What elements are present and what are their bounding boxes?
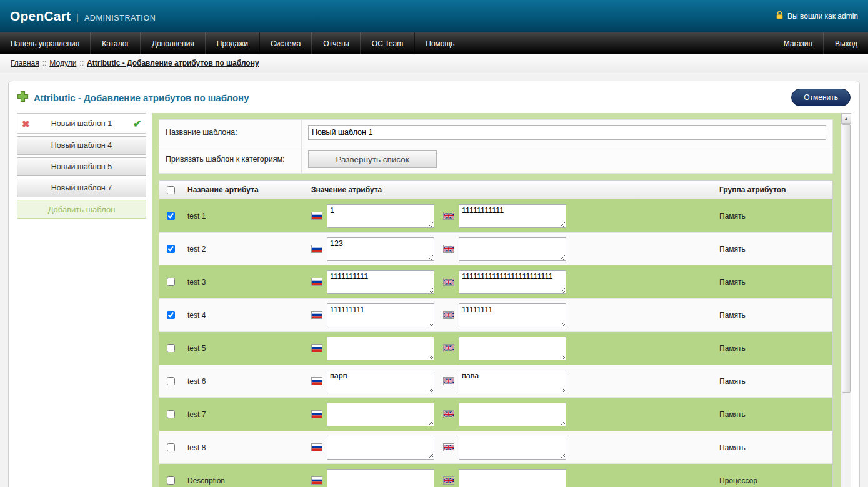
attribute-name: test 6 xyxy=(182,377,306,386)
menu-item[interactable]: OC Team xyxy=(361,32,414,54)
module-box: Attributic - Добавление атрибутов по шаб… xyxy=(8,81,860,487)
attribute-name: Description xyxy=(182,476,306,485)
menu-item[interactable]: Дополнения xyxy=(141,32,206,54)
sidebar-template-item[interactable]: ✖ Новый шаблон 5 ✔ xyxy=(17,157,146,176)
russian-flag-icon xyxy=(311,344,322,352)
uk-flag-icon xyxy=(443,245,454,253)
sidebar-template-item[interactable]: ✖ Новый шаблон 7 ✔ xyxy=(17,179,146,197)
brand-separator: | xyxy=(76,12,79,22)
template-name-input[interactable] xyxy=(308,125,826,140)
attribute-group: Память xyxy=(714,377,832,386)
breadcrumb-link[interactable]: Главная xyxy=(11,59,39,67)
attribute-checkbox[interactable] xyxy=(167,377,175,385)
template-name-row: Название шаблона: xyxy=(159,120,832,145)
attribute-value-ru-input[interactable] xyxy=(327,237,434,261)
attribute-value-en-input[interactable] xyxy=(459,469,566,487)
menu-item[interactable]: Каталог xyxy=(91,32,141,54)
attribute-group: Память xyxy=(714,212,832,220)
menu-item[interactable]: Отчеты xyxy=(312,32,360,54)
header-attribute-group: Группа атрибутов xyxy=(714,185,832,194)
template-name-label: Название шаблона: xyxy=(159,120,302,145)
menu-item[interactable]: Панель управления xyxy=(0,32,91,54)
add-template-button[interactable]: Добавить шаблон xyxy=(17,200,146,219)
page-title: Attributic - Добавление атрибутов по шаб… xyxy=(34,92,786,103)
panel-scrollbar[interactable]: ▲ xyxy=(841,113,851,487)
attribute-rows: test 1 Память xyxy=(159,199,832,487)
breadcrumb-link[interactable]: Модули xyxy=(49,59,76,67)
uk-flag-icon xyxy=(443,377,454,385)
attribute-row: Description Процессо xyxy=(159,464,832,487)
main-menu-right: Магазин Выход xyxy=(773,32,868,54)
attribute-row: test 8 Память xyxy=(159,431,832,464)
attribute-value-en-input[interactable] xyxy=(459,403,566,426)
attribute-value-en-input[interactable] xyxy=(459,436,566,460)
menu-item[interactable]: Выход xyxy=(824,32,868,54)
attribute-value-en-input[interactable] xyxy=(459,370,566,393)
select-all-checkbox[interactable] xyxy=(167,186,175,194)
attribute-checkbox[interactable] xyxy=(167,278,175,286)
attribute-checkbox[interactable] xyxy=(167,476,175,485)
template-list: ✖ Новый шаблон 1 ✔ ✖ Новый шаблон 4 ✔ ✖ … xyxy=(17,113,146,219)
attribute-value-en-input[interactable] xyxy=(459,237,566,261)
delete-template-icon[interactable]: ✖ xyxy=(22,119,30,128)
attribute-value-en-input[interactable] xyxy=(459,337,566,360)
attribute-row: test 6 Память xyxy=(159,365,832,398)
expand-category-list-button[interactable]: Развернуть список xyxy=(308,150,437,168)
confirm-template-icon[interactable]: ✔ xyxy=(133,118,142,129)
attribute-value-ru-input[interactable] xyxy=(327,370,434,393)
attribute-value-ru-input[interactable] xyxy=(327,303,434,327)
attribute-value-ru-input[interactable] xyxy=(327,204,434,228)
scroll-up-button[interactable]: ▲ xyxy=(841,113,851,124)
russian-flag-icon xyxy=(311,410,322,418)
russian-flag-icon xyxy=(311,212,322,220)
attribute-name: test 8 xyxy=(182,443,306,452)
uk-flag-icon xyxy=(443,212,454,220)
page-content: Attributic - Добавление атрибутов по шаб… xyxy=(0,72,868,487)
attribute-value-ru-input[interactable] xyxy=(327,436,434,460)
menu-item[interactable]: Система xyxy=(259,32,312,54)
attribute-value-en-input[interactable] xyxy=(459,204,566,228)
attribute-value-ru-input[interactable] xyxy=(327,403,434,426)
menu-item[interactable]: Продажи xyxy=(206,32,259,54)
sidebar-template-label: Новый шаблон 4 xyxy=(51,141,112,150)
scroll-thumb[interactable] xyxy=(842,124,851,393)
attributes-table: Название артибута Значение атрибута Груп… xyxy=(159,180,833,487)
sidebar-template-label: Новый шаблон 7 xyxy=(51,184,112,192)
uk-flag-icon xyxy=(443,278,454,286)
attribute-name: test 2 xyxy=(182,245,306,253)
breadcrumb: Главная :: Модули :: Attributic - Добавл… xyxy=(0,54,868,72)
attribute-value-en-input[interactable] xyxy=(459,270,566,294)
attribute-checkbox[interactable] xyxy=(167,245,175,253)
sidebar-template-item[interactable]: ✖ Новый шаблон 1 ✔ xyxy=(17,113,146,134)
attribute-value-en-input[interactable] xyxy=(459,303,566,327)
menu-item[interactable]: Магазин xyxy=(773,32,824,54)
attribute-group: Память xyxy=(714,278,832,287)
attribute-checkbox[interactable] xyxy=(167,443,175,451)
attribute-checkbox[interactable] xyxy=(167,410,175,418)
box-heading: Attributic - Добавление атрибутов по шаб… xyxy=(9,81,859,113)
breadcrumb-separator: :: xyxy=(79,59,84,67)
administration-label: ADMINISTRATION xyxy=(84,14,156,22)
menu-item[interactable]: Помощь xyxy=(414,32,465,54)
template-editor-panel: Название шаблона: Привязать шаблон к кат… xyxy=(152,113,851,487)
brand: OpenCart | ADMINISTRATION xyxy=(10,9,156,24)
uk-flag-icon xyxy=(443,410,454,418)
attributes-table-header: Название артибута Значение атрибута Груп… xyxy=(159,181,832,199)
attribute-row: test 7 Память xyxy=(159,398,832,431)
attribute-value-ru-input[interactable] xyxy=(327,270,434,294)
uk-flag-icon xyxy=(443,476,454,485)
attribute-value-ru-input[interactable] xyxy=(327,469,434,487)
sidebar-template-item[interactable]: ✖ Новый шаблон 4 ✔ xyxy=(17,136,146,155)
opencart-logo: OpenCart xyxy=(10,9,71,24)
breadcrumb-link[interactable]: Attributic - Добавление атрибутов по шаб… xyxy=(87,59,259,67)
attribute-checkbox[interactable] xyxy=(167,212,175,220)
attribute-name: test 4 xyxy=(182,311,306,320)
template-categories-label: Привязать шаблон к категориям: xyxy=(159,145,302,173)
attribute-group: Память xyxy=(714,344,832,353)
attribute-value-ru-input[interactable] xyxy=(327,337,434,360)
cancel-button[interactable]: Отменить xyxy=(791,89,851,106)
attribute-checkbox[interactable] xyxy=(167,311,175,319)
header-attribute-name: Название артибута xyxy=(182,185,306,194)
russian-flag-icon xyxy=(311,443,322,451)
attribute-checkbox[interactable] xyxy=(167,344,175,352)
